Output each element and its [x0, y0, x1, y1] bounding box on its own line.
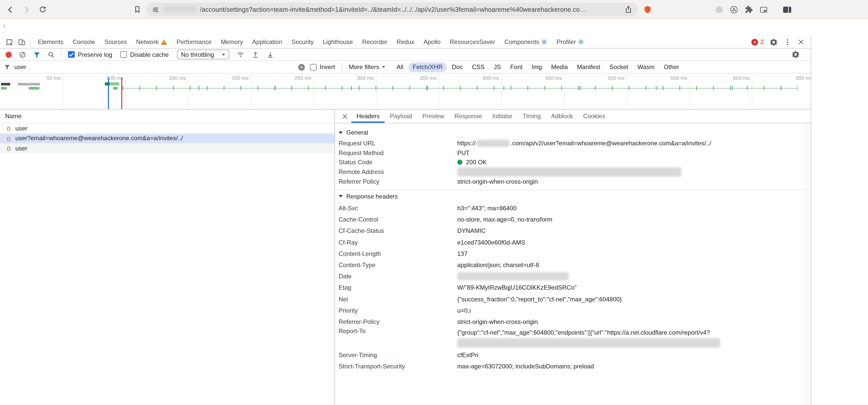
tab-label: Lighthouse	[323, 38, 353, 46]
site-controls-icon[interactable]	[152, 6, 159, 13]
tab-security[interactable]: Security	[287, 36, 318, 48]
filter-icon	[4, 64, 10, 70]
timeline-tick: 500 ms	[584, 75, 624, 81]
device-toolbar-icon[interactable]	[16, 36, 28, 48]
rewards-icon[interactable]	[730, 5, 738, 13]
divider	[30, 38, 31, 46]
chip-doc[interactable]: Doc	[448, 62, 467, 72]
chip-socket[interactable]: Socket	[606, 62, 632, 72]
timeline-tick: 600 ms	[709, 75, 750, 81]
tab-label: Profiler	[557, 38, 576, 46]
tab-apollo[interactable]: Apollo	[419, 36, 445, 48]
clear-icon[interactable]	[19, 51, 26, 58]
tab-components[interactable]: Components	[500, 36, 552, 48]
tab-elements[interactable]: Elements	[33, 36, 68, 48]
invert-checkbox[interactable]: Invert	[310, 63, 335, 70]
close-details-icon[interactable]	[339, 113, 350, 119]
header-value: h3=":443"; ma=86400	[457, 205, 517, 212]
dtab-initiator[interactable]: Initiator	[487, 110, 518, 123]
back-icon[interactable]	[6, 5, 14, 13]
details-scrollbar[interactable]	[805, 123, 811, 405]
dtab-response[interactable]: Response	[450, 110, 487, 123]
chip-img[interactable]: Img	[528, 62, 546, 72]
tab-application[interactable]: Application	[248, 36, 287, 48]
tab-sources[interactable]: Sources	[100, 36, 131, 48]
chip-font[interactable]: Font	[506, 62, 527, 72]
more-options-icon[interactable]	[784, 38, 791, 46]
network-conditions-icon[interactable]	[237, 51, 245, 58]
chip-manifest[interactable]: Manifest	[573, 62, 604, 72]
tab-memory[interactable]: Memory	[216, 36, 248, 48]
error-count-badge[interactable]: 2	[752, 38, 764, 46]
dtab-cookies[interactable]: Cookies	[578, 110, 611, 123]
inspect-icon[interactable]	[3, 36, 16, 48]
dtab-headers[interactable]: Headers	[351, 110, 385, 123]
network-settings-icon[interactable]	[792, 51, 800, 58]
close-devtools-icon[interactable]	[798, 38, 805, 46]
forward-icon[interactable]	[23, 5, 31, 13]
name-column-header[interactable]: Name	[0, 110, 335, 123]
tab-performance[interactable]: Performance	[172, 36, 216, 48]
more-filters-button[interactable]: More filters	[349, 63, 385, 70]
sidebar-toggle-icon[interactable]	[782, 5, 792, 13]
checkbox-empty-icon	[120, 51, 127, 58]
reload-icon[interactable]	[39, 6, 46, 13]
general-section-header[interactable]: General	[335, 126, 811, 139]
dtab-adblock[interactable]: Adblock	[546, 110, 578, 123]
search-icon[interactable]	[48, 51, 55, 58]
status-circle-icon[interactable]	[715, 5, 723, 13]
tab-redux[interactable]: Redux	[392, 36, 419, 48]
chip-js[interactable]: JS	[490, 62, 505, 72]
chip-fetch-xhr[interactable]: Fetch/XHR	[408, 62, 446, 72]
window-icon[interactable]	[760, 5, 768, 13]
settings-icon[interactable]	[770, 38, 777, 46]
tab-console[interactable]: Console	[68, 36, 100, 48]
clear-filter-icon[interactable]	[298, 64, 305, 70]
screen: /account/settings?action=team-invite&met…	[0, 0, 868, 405]
timeline-tick: 100 ms	[82, 75, 123, 81]
header-name: Priority	[339, 307, 457, 314]
preserve-log-checkbox[interactable]: Preserve log	[68, 51, 112, 58]
response-headers-section-header[interactable]: Response headers	[335, 190, 811, 203]
disable-cache-checkbox[interactable]: Disable cache	[120, 51, 169, 58]
throttling-select[interactable]: No throttling	[177, 50, 229, 59]
tab-label: Application	[252, 38, 282, 46]
chip-other[interactable]: Other	[660, 62, 683, 72]
bookmark-icon[interactable]	[133, 6, 141, 13]
export-har-icon[interactable]	[267, 51, 274, 58]
header-name: Status Code	[339, 159, 457, 166]
tab-recorder[interactable]: Recorder	[358, 36, 392, 48]
dtab-payload[interactable]: Payload	[385, 110, 417, 123]
dtab-timing[interactable]: Timing	[518, 110, 546, 123]
fetch-xhr-icon	[5, 125, 12, 132]
chip-all[interactable]: All	[393, 62, 408, 72]
filter-toggle-icon[interactable]	[33, 51, 40, 58]
header-name: Remote Address	[339, 168, 457, 175]
tab-profiler[interactable]: Profiler	[552, 36, 589, 48]
import-har-icon[interactable]	[252, 51, 259, 58]
tab-lighthouse[interactable]: Lighthouse	[318, 36, 357, 48]
network-filter-bar: Invert More filters All Fetch/XHR Doc CS…	[0, 61, 811, 74]
filter-input-box[interactable]	[4, 63, 306, 70]
record-icon[interactable]	[6, 51, 12, 58]
timeline-tick: 150 ms	[145, 75, 186, 81]
network-overview-timeline[interactable]: 50 ms 100 ms 150 ms 200 ms 250 ms 300 ms…	[0, 74, 811, 110]
timeline-tick: 450 ms	[521, 75, 562, 81]
tab-network[interactable]: Network	[131, 36, 172, 48]
header-value: e1ced73400e60f0d-AMS	[457, 239, 525, 246]
request-row[interactable]: user	[0, 143, 335, 153]
brave-shield-icon[interactable]	[644, 5, 652, 13]
dtab-preview[interactable]: Preview	[417, 110, 449, 123]
share-icon[interactable]	[624, 6, 632, 13]
section-title: Response headers	[346, 193, 398, 200]
chip-wasm[interactable]: Wasm	[633, 62, 658, 72]
address-bar[interactable]: /account/settings?action=team-invite&met…	[146, 3, 638, 17]
tab-resourcessaver[interactable]: ResourcesSaver	[445, 36, 500, 48]
request-row-selected[interactable]: user?email=whoareme@wearehackerone.com&a…	[0, 133, 335, 143]
chip-media[interactable]: Media	[547, 62, 572, 72]
filter-input[interactable]	[14, 63, 306, 70]
chip-css[interactable]: CSS	[468, 62, 489, 72]
extensions-icon[interactable]	[745, 5, 753, 13]
request-row[interactable]: user	[0, 123, 335, 133]
header-name: Referrer Policy	[339, 178, 457, 185]
